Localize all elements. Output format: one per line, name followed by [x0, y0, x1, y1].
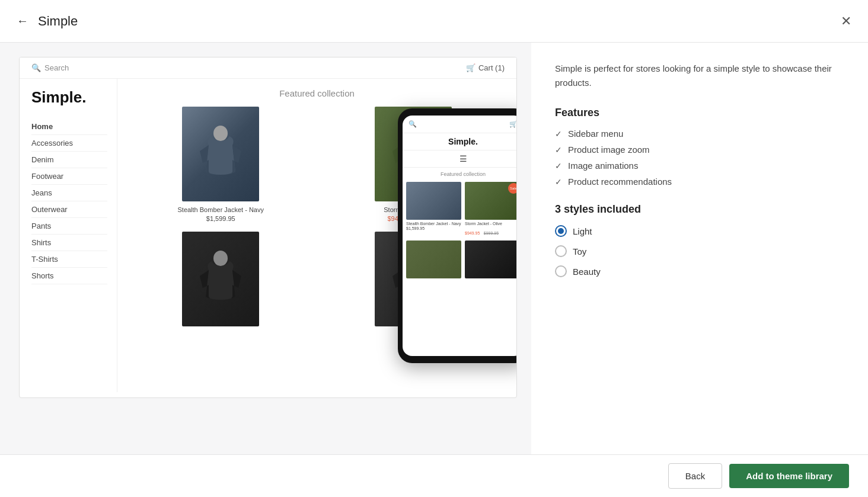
search-label: Search	[44, 63, 69, 72]
check-icon-2: ✓	[555, 145, 562, 155]
mobile-screen: 🔍 🛒 Simple. ☰ Featured collection Steal	[403, 116, 516, 356]
mobile-product-img-2: Sale	[465, 182, 516, 220]
add-to-library-button[interactable]: Add to theme library	[729, 464, 849, 488]
mobile-brand: Simple.	[403, 133, 516, 150]
right-panel: Simple is perfect for stores looking for…	[531, 43, 868, 454]
mobile-product-4	[465, 241, 516, 280]
mobile-product-img-1	[406, 182, 461, 220]
features-title: Features	[555, 107, 844, 119]
preview-area: 🔍 Search 🛒 Cart (1) Simple. Home Accesso…	[0, 43, 531, 454]
store-sidebar: Simple. Home Accessories Denim Footwear …	[20, 79, 117, 392]
mobile-products-grid: Stealth Bomber Jacket - Navy $1,599.95 S…	[403, 179, 516, 283]
style-label-light: Light	[573, 226, 592, 236]
check-icon-1: ✓	[555, 129, 562, 139]
radio-light[interactable]	[555, 225, 567, 237]
nav-item-outerwear[interactable]: Outerwear	[31, 201, 107, 218]
cart-label: Cart (1)	[478, 63, 505, 72]
mobile-product-3	[406, 241, 461, 280]
mobile-product-price-2: $949.95 $999.95	[465, 226, 516, 237]
style-label-beauty: Beauty	[573, 267, 601, 277]
product-name-1: Stealth Bomber Jacket - Navy	[129, 206, 312, 213]
mobile-product-img-4	[465, 241, 516, 278]
product-image-1	[182, 107, 259, 201]
back-footer-button[interactable]: Back	[668, 463, 722, 489]
product-card-1: Stealth Bomber Jacket - Navy $1,599.95	[129, 107, 312, 222]
radio-beauty[interactable]	[555, 265, 567, 277]
nav-item-pants[interactable]: Pants	[31, 218, 107, 235]
mobile-product-img-3	[406, 241, 461, 278]
theme-description: Simple is perfect for stores looking for…	[555, 62, 844, 90]
store-search: 🔍 Search	[31, 63, 69, 72]
main-content: 🔍 Search 🛒 Cart (1) Simple. Home Accesso…	[0, 43, 868, 454]
feature-item-3: ✓ Image animations	[555, 161, 844, 171]
mobile-mockup: 🔍 🛒 Simple. ☰ Featured collection Steal	[398, 108, 516, 363]
product-image-3	[182, 232, 259, 326]
nav-item-shorts[interactable]: Shorts	[31, 268, 107, 284]
back-button[interactable]: ←	[14, 12, 31, 30]
close-button[interactable]: ✕	[838, 11, 854, 31]
svg-point-0	[213, 126, 228, 141]
feature-item-4: ✓ Product recommendations	[555, 177, 844, 187]
mobile-header: 🔍 🛒	[403, 116, 516, 133]
theme-preview: 🔍 Search 🛒 Cart (1) Simple. Home Accesso…	[19, 57, 517, 398]
nav-item-denim[interactable]: Denim	[31, 152, 107, 168]
product-price-1: $1,599.95	[129, 215, 312, 222]
mobile-search-icon: 🔍	[409, 120, 417, 128]
feature-label-1: Sidebar menu	[568, 129, 623, 139]
style-option-beauty[interactable]: Beauty	[555, 265, 844, 277]
check-icon-3: ✓	[555, 161, 562, 171]
style-option-light[interactable]: Light	[555, 225, 844, 237]
style-label-toy: Toy	[573, 246, 586, 256]
feature-item-2: ✓ Product image zoom	[555, 145, 844, 155]
mobile-product-name-1: Stealth Bomber Jacket - Navy	[406, 222, 461, 226]
cart-icon: 🛒	[466, 63, 476, 72]
styles-title: 3 styles included	[555, 203, 844, 216]
store-brand: Simple.	[31, 88, 107, 107]
product-card-3	[129, 232, 312, 331]
mobile-cart-icon: 🛒	[509, 120, 516, 128]
store-main: Simple. Home Accessories Denim Footwear …	[20, 79, 516, 392]
mobile-sale-badge-2: Sale	[508, 183, 516, 194]
mobile-featured-title: Featured collection	[403, 168, 516, 179]
feature-item-1: ✓ Sidebar menu	[555, 129, 844, 139]
featured-title: Featured collection	[129, 88, 505, 98]
store-header: 🔍 Search 🛒 Cart (1)	[20, 57, 516, 79]
mobile-product-2: Sale Storm Jacket - Olive $949.95 $999.9…	[465, 182, 516, 237]
features-list: ✓ Sidebar menu ✓ Product image zoom ✓ Im…	[555, 129, 844, 187]
mobile-product-name-2: Storm Jacket - Olive	[465, 222, 516, 226]
nav-item-jeans[interactable]: Jeans	[31, 185, 107, 201]
nav-item-accessories[interactable]: Accessories	[31, 135, 107, 152]
search-icon: 🔍	[31, 63, 41, 72]
nav-item-footwear[interactable]: Footwear	[31, 168, 107, 185]
nav-item-tshirts[interactable]: T-Shirts	[31, 251, 107, 268]
styles-section: 3 styles included Light Toy Beauty	[555, 203, 844, 277]
feature-label-3: Image animations	[568, 161, 638, 171]
nav-item-shirts[interactable]: Shirts	[31, 235, 107, 251]
store-products: Featured collection	[117, 79, 516, 392]
feature-label-2: Product image zoom	[568, 145, 650, 155]
page-title: Simple	[38, 14, 78, 29]
nav-item-home[interactable]: Home	[31, 118, 107, 135]
mobile-product-price-1: $1,599.95	[406, 226, 461, 230]
store-cart: 🛒 Cart (1)	[466, 63, 505, 72]
footer: Back Add to theme library	[0, 454, 868, 497]
header: ← Simple ✕	[0, 0, 868, 43]
radio-inner-light	[558, 228, 564, 234]
style-option-toy[interactable]: Toy	[555, 245, 844, 257]
svg-point-2	[213, 251, 228, 266]
radio-toy[interactable]	[555, 245, 567, 257]
header-left: ← Simple	[14, 12, 78, 30]
mobile-product-1: Stealth Bomber Jacket - Navy $1,599.95	[406, 182, 461, 237]
mobile-menu-icon: ☰	[403, 150, 516, 168]
feature-label-4: Product recommendations	[568, 177, 672, 187]
check-icon-4: ✓	[555, 177, 562, 187]
